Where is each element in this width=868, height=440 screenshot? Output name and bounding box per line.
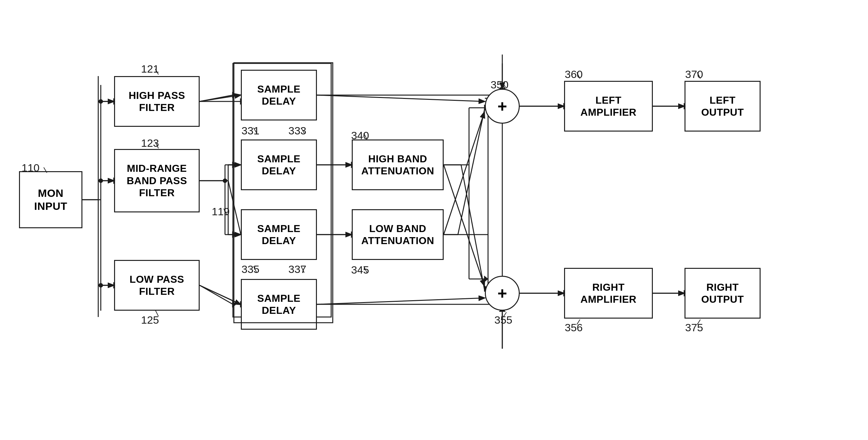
right-output-block: RIGHTOUTPUT — [684, 268, 761, 319]
low-band-attenuation-block: LOW BANDATTENUATION — [352, 209, 444, 260]
label-360: 360 — [565, 68, 583, 81]
sample-delay-2-block: SAMPLEDELAY — [241, 140, 317, 190]
label-355: 355 — [494, 314, 513, 326]
label-370: 370 — [685, 68, 703, 81]
label-119: 119 — [212, 205, 230, 218]
svg-line-13 — [200, 285, 241, 304]
label-345: 345 — [351, 264, 369, 276]
svg-marker-23 — [484, 276, 488, 282]
label-375: 375 — [685, 321, 703, 334]
right-amplifier-block: RIGHTAMPLIFIER — [564, 268, 653, 319]
svg-marker-52 — [232, 92, 236, 98]
svg-line-56 — [458, 108, 485, 235]
label-110: 110 — [22, 162, 40, 174]
svg-line-49 — [200, 285, 233, 304]
label-335: 335 — [242, 263, 259, 275]
label-333: 333 — [288, 124, 306, 137]
label-350: 350 — [491, 79, 508, 91]
sample-delay-4-block: SAMPLEDELAY — [241, 279, 317, 330]
mid-range-filter-block: MID-RANGEBAND PASSFILTER — [114, 149, 200, 212]
label-121: 121 — [141, 63, 159, 75]
label-356: 356 — [565, 321, 583, 334]
high-band-attenuation-block: HIGH BANDATTENUATION — [352, 140, 444, 190]
label-125: 125 — [141, 314, 159, 326]
label-340: 340 — [351, 129, 369, 142]
left-output-block: LEFTOUTPUT — [684, 81, 761, 131]
svg-line-51 — [200, 95, 233, 101]
label-337: 337 — [288, 263, 306, 275]
sample-delay-1-block: SAMPLEDELAY — [241, 70, 317, 120]
high-pass-filter-block: HIGH PASSFILTER — [114, 76, 200, 127]
label-123: 123 — [141, 137, 159, 149]
sum-right-circle: + — [485, 276, 520, 311]
diagram: MON INPUT HIGH PASSFILTER MID-RANGEBAND … — [0, 0, 868, 440]
svg-marker-48 — [232, 231, 236, 238]
svg-line-12 — [228, 181, 241, 235]
left-amplifier-block: LEFTAMPLIFIER — [564, 81, 653, 131]
low-pass-filter-block: LOW PASSFILTER — [114, 260, 200, 311]
sum-left-circle: + — [485, 89, 520, 124]
svg-line-54 — [461, 165, 485, 292]
mon-input-block: MON INPUT — [19, 171, 83, 228]
svg-marker-45 — [232, 162, 236, 168]
label-331: 331 — [242, 124, 259, 137]
sample-delay-3-block: SAMPLEDELAY — [241, 209, 317, 260]
svg-marker-50 — [232, 301, 236, 307]
